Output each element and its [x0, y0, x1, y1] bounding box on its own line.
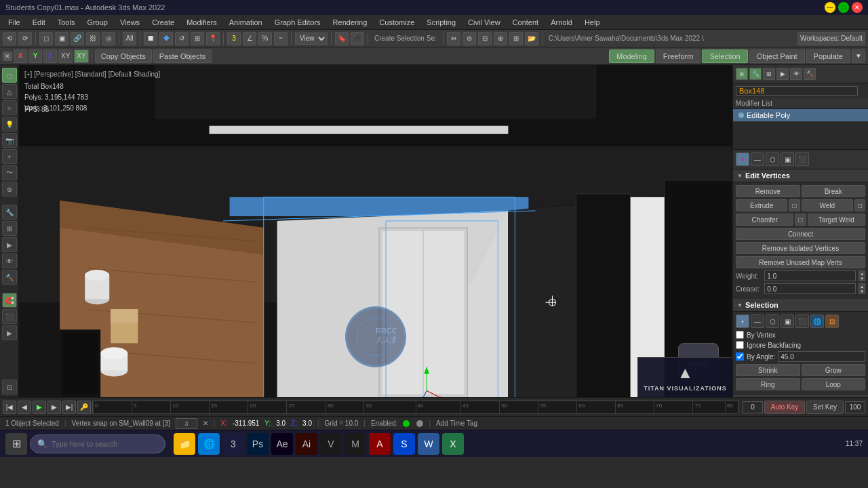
break-button[interactable]: Break [802, 185, 866, 197]
maya-icon[interactable]: M [344, 433, 366, 455]
select-filter-button[interactable]: 🔲 [144, 32, 157, 45]
menu-item-rendering[interactable]: Rendering [328, 17, 373, 28]
menu-item-help[interactable]: Help [579, 17, 606, 28]
select-tool-icon[interactable]: ◻ [2, 68, 17, 83]
browser-icon[interactable]: 🌐 [198, 433, 220, 455]
weld-options-button[interactable]: □ [854, 199, 865, 211]
connect-button[interactable]: Connect [736, 228, 865, 240]
bind-button[interactable]: ◎ [102, 32, 115, 45]
menu-item-views[interactable]: Views [115, 17, 145, 28]
menu-item-arnold[interactable]: Arnold [545, 17, 578, 28]
select-button[interactable]: ◻ [39, 32, 53, 45]
selection-header[interactable]: ▼ Selection [733, 299, 868, 312]
by-angle-input[interactable] [778, 351, 865, 362]
viewport-nav-icon[interactable]: ⊡ [2, 380, 17, 394]
by-angle-checkbox[interactable] [736, 352, 744, 361]
rotate-button[interactable]: ↺ [175, 32, 189, 45]
set-key-button[interactable]: Set Key [806, 401, 844, 414]
menu-item-scripting[interactable]: Scripting [421, 17, 461, 28]
object-name-input[interactable] [736, 86, 858, 96]
hierarchy-icon[interactable]: ⊞ [2, 221, 17, 236]
geometry-icon[interactable]: △ [2, 84, 17, 99]
border-mode-icon[interactable]: ⬡ [766, 152, 779, 166]
systems-icon[interactable]: ⊛ [2, 182, 17, 197]
freeform-mode-button[interactable]: Freeform [656, 49, 701, 63]
element-mode-icon[interactable]: ⬛ [795, 152, 809, 166]
selection-mode-button[interactable]: Selection [702, 49, 747, 63]
populate-mode-button[interactable]: Populate [806, 49, 850, 63]
menu-item-tools[interactable]: Tools [52, 17, 81, 28]
move-button[interactable]: ✥ [159, 32, 173, 45]
undo-button[interactable]: ⟲ [3, 32, 16, 45]
edge-mode-icon[interactable]: — [751, 152, 764, 166]
workspace-button[interactable]: Workspaces: Default [797, 32, 865, 45]
sel-element-icon[interactable]: ⬛ [795, 314, 809, 328]
y-axis-button[interactable]: Y [28, 49, 42, 63]
word-icon[interactable]: W [418, 433, 439, 455]
snap-toggle-icon[interactable]: 🧲 [2, 293, 17, 308]
ring-button[interactable]: Ring [736, 378, 800, 390]
excel-icon[interactable]: X [442, 433, 464, 455]
weight-spinner[interactable]: ▲ ▼ [859, 270, 865, 281]
menu-item-modifiers[interactable]: Modifiers [181, 17, 222, 28]
go-start-button[interactable]: |◀ [3, 401, 16, 414]
unlink-button[interactable]: ⛓ [86, 32, 100, 45]
render-setup-icon[interactable]: ⬛ [2, 309, 17, 324]
create-panel-btn[interactable]: ⊕ [736, 68, 748, 80]
timeline-bar[interactable]: 0 5 10 15 20 25 30 35 40 45 50 55 60 65 … [92, 401, 738, 414]
sel-vertex-icon[interactable]: • [736, 314, 749, 328]
modifier-editable-poly[interactable]: Editable Poly [733, 109, 868, 121]
select-all-button[interactable]: ⬛ [351, 32, 364, 45]
menu-item-animation[interactable]: Animation [224, 17, 268, 28]
grow-button[interactable]: Grow [802, 364, 866, 376]
key-mode-button[interactable]: 🔑 [77, 401, 91, 414]
layer-button[interactable]: ⊕ [494, 32, 507, 45]
modify-icon[interactable]: 🔧 [2, 205, 17, 220]
menu-item-group[interactable]: Group [81, 17, 113, 28]
menu-item-graph editors[interactable]: Graph Editors [269, 17, 326, 28]
display-icon[interactable]: 👁 [2, 253, 17, 268]
toggle-grid-button[interactable]: ⊞ [509, 32, 523, 45]
lights-icon[interactable]: 💡 [2, 117, 17, 131]
motion-panel-btn[interactable]: ▶ [776, 68, 789, 80]
display-panel-btn[interactable]: 👁 [790, 68, 802, 80]
start-button[interactable]: ⊞ [5, 433, 27, 455]
redo-button[interactable]: ⟳ [18, 32, 32, 45]
place-button[interactable]: 📍 [206, 32, 220, 45]
copy-objects-button[interactable]: Copy Objects [95, 49, 152, 63]
play-button[interactable]: ▶ [33, 401, 46, 414]
vertex-mode-icon[interactable]: • [736, 152, 749, 166]
crease-input[interactable] [764, 283, 856, 294]
menu-item-create[interactable]: Create [146, 17, 180, 28]
aftereffects-icon[interactable]: Ae [271, 433, 293, 455]
shapes-icon[interactable]: ○ [2, 100, 17, 115]
x-close-icon[interactable]: ✕ [3, 52, 12, 61]
remove-button[interactable]: Remove [736, 185, 800, 197]
mirror-button[interactable]: ⇔ [447, 32, 460, 45]
go-end-button[interactable]: ▶| [62, 401, 76, 414]
chamfer-options-button[interactable]: □ [795, 214, 806, 226]
menu-item-content[interactable]: Content [507, 17, 545, 28]
sel-local-icon[interactable]: ⊡ [825, 314, 839, 328]
current-frame-input[interactable] [743, 401, 763, 413]
edit-named-button[interactable]: 🔖 [335, 32, 349, 45]
chamfer-button[interactable]: Chamfer [736, 214, 793, 226]
3dsmax-icon[interactable]: 3 [222, 433, 244, 455]
extrude-options-button[interactable]: □ [789, 199, 800, 211]
menu-item-customize[interactable]: Customize [374, 17, 420, 28]
align-button[interactable]: ⊜ [462, 32, 476, 45]
object-paint-mode-button[interactable]: Object Paint [749, 49, 805, 63]
snap-input[interactable]: 3 [176, 418, 197, 429]
utilities-icon[interactable]: 🔨 [2, 270, 17, 285]
file-explorer-icon[interactable]: 📁 [174, 433, 195, 455]
all-button[interactable]: All [123, 32, 136, 45]
x-axis-button[interactable]: X [14, 49, 27, 63]
z-axis-button[interactable]: Z [43, 49, 57, 63]
hierarchy-panel-btn[interactable]: ⊞ [763, 68, 775, 80]
next-frame-button[interactable]: ▶ [47, 401, 61, 414]
spacewarp-icon[interactable]: 〜 [2, 165, 17, 180]
close-snap-icon[interactable]: ✕ [203, 420, 208, 427]
autocad-icon[interactable]: A [369, 433, 391, 455]
mode-extra-button[interactable]: ▼ [852, 49, 865, 63]
weld-button[interactable]: Weld [802, 199, 853, 211]
